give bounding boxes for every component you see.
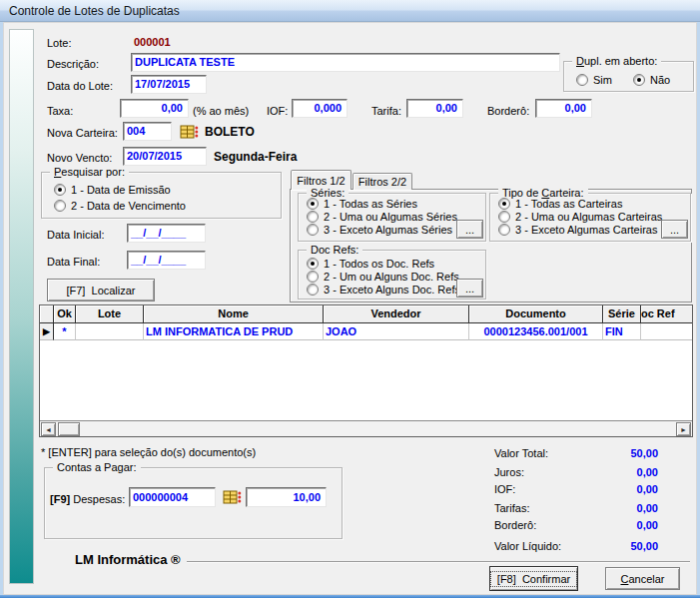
radio-data-vencimento[interactable]: 2 - Data de Vencimento [54,200,186,212]
radio-docrefs-alguns[interactable]: 2 - Um ou Alguns Doc. Refs [307,271,459,283]
radio-icon [498,211,510,223]
grid-header-lote[interactable]: Lote [76,305,144,323]
radio-docrefs-todos[interactable]: 1 - Todos os Doc. Refs [307,258,434,270]
series-group: Séries: 1 - Todas as Séries 2 - Uma ou A… [298,193,486,242]
cell-ok: * [54,323,76,340]
radio-docrefs-exceto[interactable]: 3 - Exceto Alguns Doc. Refs [307,284,460,296]
nova-carteira-label: Nova Carteira: [47,127,118,140]
data-do-lote-input[interactable]: 17/07/2015 [131,75,207,94]
data-inicial-input[interactable]: __/__/____ [127,224,206,243]
radio-carteira-algumas[interactable]: 2 - Uma ou Algumas Carteiras [498,211,662,223]
radio-icon [54,184,66,196]
total-label: IOF: [494,483,515,495]
iof-input[interactable]: 0,000 [292,99,348,118]
radio-label: 2 - Uma ou Algumas Séries [324,211,457,223]
tipo-carteira-group: Tipo de Carteira: 1 - Todas as Carteiras… [489,193,691,242]
cell-vendedor: JOAO [324,323,469,340]
radio-icon [633,74,645,86]
contas-a-pagar-legend: Contas a Pagar: [53,461,141,474]
dupl-accel: D [576,55,584,67]
brand-divider-line [187,561,690,563]
carteira-lookup-book-icon[interactable] [180,123,200,141]
grid-header-row: Ok Lote Nome Vendedor Documento Série Do… [40,305,692,323]
scroll-right-arrow-icon[interactable]: ► [676,422,691,436]
teal-gradient-sidebar [9,29,34,584]
cell-documento: 0000123456.001/001 [469,323,603,340]
nova-carteira-input[interactable]: 004 [123,122,172,141]
total-label: Valor Líquido: [494,540,561,552]
tab-label: Filtros 2/2 [358,176,406,188]
grid-horizontal-scrollbar[interactable]: ◄ ► [40,420,692,436]
radio-label: 1 - Todas as Carteiras [515,198,622,210]
radio-dupl-sim[interactable]: Sim [576,74,612,86]
grid-header-vendedor[interactable]: Vendedor [324,305,469,323]
radio-label: 3 - Exceto Alguns Doc. Refs [324,284,460,296]
lote-value: 000001 [134,36,171,49]
grid-header-nome[interactable]: Nome [144,305,324,323]
cell-nome: LM INFORMATICA DE PRUD [144,323,324,340]
total-label: Borderô: [494,519,536,531]
grid-data-row[interactable]: ▶ * LM INFORMATICA DE PRUD JOAO 00001234… [40,323,692,340]
confirmar-button[interactable]: [F8] Confirmar [489,566,578,591]
descricao-input[interactable]: DUPLICATA TESTE [131,53,560,72]
series-more-button[interactable]: ... [456,220,483,239]
radio-carteira-exceto[interactable]: 3 - Exceto Algumas Carteiras [498,224,657,236]
grid-header-doc-ref[interactable]: Doc Ref [641,305,693,323]
tab-filtros-2[interactable]: Filtros 2/2 [352,173,412,190]
scrollbar-thumb[interactable] [58,422,80,436]
iof-label: IOF: [267,105,288,118]
despesas-code-input[interactable]: 000000004 [129,487,216,507]
localizar-button-label: [F7] Localizar [66,285,135,297]
radio-data-emissao[interactable]: 1 - Data de Emissão [54,184,171,196]
radio-icon [307,258,319,270]
taxa-input[interactable]: 0,00 [120,99,189,118]
scroll-left-arrow-icon[interactable]: ◄ [41,422,56,436]
despesas-value-input[interactable]: 10,00 [246,487,327,507]
cell-lote [76,323,144,340]
data-final-label: Data Final: [47,256,100,269]
tarifa-input[interactable]: 0,00 [406,99,463,118]
radio-label: 1 - Data de Emissão [71,184,171,196]
lote-label: Lote: [47,37,71,50]
dupl-rest: upl. em aberto: [584,55,657,67]
grid-header-serie[interactable]: Série [603,305,641,323]
tarifa-label: Tarifa: [371,105,401,118]
radio-label: 3 - Exceto Algumas Carteiras [515,224,657,236]
carteira-more-button[interactable]: ... [661,220,688,239]
grid-header-documento[interactable]: Documento [469,305,603,323]
radio-series-exceto[interactable]: 3 - Exceto Algumas Séries [307,224,452,236]
radio-label: 2 - Data de Vencimento [71,200,186,212]
radio-series-algumas[interactable]: 2 - Uma ou Algumas Séries [307,211,457,223]
radio-icon [498,224,510,236]
grid-header-selector [40,305,54,323]
novo-vencto-input[interactable]: 20/07/2015 [123,147,207,166]
taxa-label: Taxa: [47,105,73,118]
enter-hint: * [ENTER] para seleção do(s) documento(s… [41,446,256,459]
despesas-lookup-book-icon[interactable] [223,488,243,506]
total-value: 0,00 [578,502,658,514]
dialog-window: Controle de Lotes de Duplicatas Lote: 00… [0,0,700,598]
cancelar-button[interactable]: Cancelar [605,567,680,590]
cell-doc-ref [641,323,693,340]
radio-series-todas[interactable]: 1 - Todas as Séries [307,198,417,210]
bordero-input[interactable]: 0,00 [535,99,592,118]
radio-icon [307,271,319,283]
doc-refs-legend: Doc Refs: [307,244,362,257]
window-title: Controle de Lotes de Duplicatas [9,4,180,18]
radio-label: Não [650,74,670,86]
data-final-input[interactable]: __/__/____ [127,251,206,270]
dialog-client-area: Lote: 000001 Descrição: DUPLICATA TESTE … [3,22,697,595]
total-value: 50,00 [578,447,658,459]
nova-carteira-name: BOLETO [205,126,255,139]
radio-icon [307,198,319,210]
radio-dupl-nao[interactable]: Não [633,74,670,86]
total-label: Juros: [494,466,524,478]
title-bar[interactable]: Controle de Lotes de Duplicatas [0,0,700,22]
localizar-button[interactable]: [F7] Localizar [47,279,155,301]
docrefs-more-button[interactable]: ... [456,279,483,298]
more-button-label: ... [465,224,474,236]
pesquisar-por-legend: Pesquisar por: [50,166,129,179]
despesas-f9: [F9] [50,493,70,505]
radio-carteira-todas[interactable]: 1 - Todas as Carteiras [498,198,622,210]
grid-header-ok[interactable]: Ok [54,305,76,323]
